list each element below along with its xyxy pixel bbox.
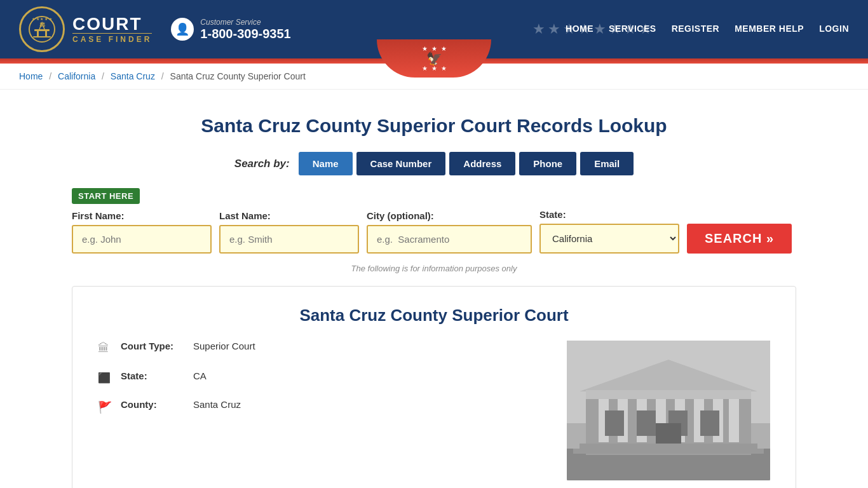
state-info-label: State: xyxy=(121,370,184,381)
building-icon: 🏛 xyxy=(98,342,112,355)
svg-rect-2 xyxy=(34,29,50,31)
breadcrumb-sep-2: / xyxy=(102,71,104,81)
court-image xyxy=(567,341,770,480)
state-group: State: AlabamaAlaskaArizonaArkansasCalif… xyxy=(539,209,679,254)
breadcrumb-home[interactable]: Home xyxy=(19,71,43,81)
nav-member-help[interactable]: MEMBER HELP xyxy=(735,24,804,35)
first-name-input[interactable] xyxy=(72,225,212,254)
court-type-label: Court Type: xyxy=(121,341,184,351)
customer-service: 👤 Customer Service 1-800-309-9351 xyxy=(171,18,290,41)
banner-stars-bottom: ★★★ xyxy=(422,65,447,72)
disclaimer: The following is for information purpose… xyxy=(72,264,796,273)
state-info-value: CA xyxy=(193,370,207,381)
logo-circle: ⚖ ★ ★ ★ ★ ★ xyxy=(19,6,65,52)
svg-rect-20 xyxy=(586,390,751,399)
tab-name[interactable]: Name xyxy=(299,152,353,175)
svg-rect-27 xyxy=(656,423,681,444)
header-bar: ★★★ 🦅 ★★★ xyxy=(0,58,868,64)
court-type-value: Superior Court xyxy=(193,341,255,351)
svg-rect-26 xyxy=(700,410,719,436)
city-input[interactable] xyxy=(367,225,532,254)
tab-email[interactable]: Email xyxy=(580,152,634,175)
first-name-group: First Name: xyxy=(72,210,212,254)
form-fields: First Name: Last Name: City (optional): … xyxy=(72,209,796,254)
logo-area: ⚖ ★ ★ ★ ★ ★ COURT CASE FINDER xyxy=(19,6,152,52)
last-name-input[interactable] xyxy=(219,225,359,254)
county-row: 🚩 County: Santa Cruz xyxy=(98,399,541,414)
court-info-title: Santa Cruz County Superior Court xyxy=(98,306,770,325)
state-label: State: xyxy=(539,209,679,220)
court-info-panel: Santa Cruz County Superior Court 🏛 Court… xyxy=(72,286,796,488)
search-form-area: START HERE First Name: Last Name: City (… xyxy=(72,188,796,254)
city-group: City (optional): xyxy=(367,210,532,254)
eagle-icon: 🦅 xyxy=(426,52,442,65)
logo-text: COURT CASE FINDER xyxy=(72,15,152,44)
logo-court-text: COURT xyxy=(72,15,152,33)
search-button[interactable]: SEARCH » xyxy=(687,224,792,254)
svg-text:★ ★ ★ ★ ★: ★ ★ ★ ★ ★ xyxy=(32,17,52,21)
cs-phone: 1-800-309-9351 xyxy=(200,27,290,41)
court-type-row: 🏛 Court Type: Superior Court xyxy=(98,341,541,355)
page-title: Santa Cruz County Superior Court Records… xyxy=(72,115,796,137)
breadcrumb-state[interactable]: California xyxy=(58,71,95,81)
state-select[interactable]: AlabamaAlaskaArizonaArkansasCaliforniaCo… xyxy=(539,224,679,254)
logo-icon: ⚖ ★ ★ ★ ★ ★ xyxy=(28,15,56,43)
svg-rect-24 xyxy=(637,410,656,436)
svg-rect-21 xyxy=(580,444,757,449)
nav-register[interactable]: REGISTER xyxy=(672,24,720,35)
info-content: 🏛 Court Type: Superior Court ⬛ State: CA… xyxy=(98,341,770,480)
court-building-svg xyxy=(567,341,770,480)
tab-phone[interactable]: Phone xyxy=(519,152,576,175)
flag-icon: 🚩 xyxy=(98,400,112,414)
svg-rect-5 xyxy=(33,36,51,37)
county-value: Santa Cruz xyxy=(193,399,241,410)
phone-icon: 👤 xyxy=(171,18,194,41)
tab-address[interactable]: Address xyxy=(449,152,515,175)
svg-rect-4 xyxy=(45,31,47,36)
svg-rect-23 xyxy=(605,410,624,436)
court-image-placeholder xyxy=(567,341,770,480)
location-icon: ⬛ xyxy=(98,372,112,384)
state-row: ⬛ State: CA xyxy=(98,370,541,384)
county-label: County: xyxy=(121,399,184,410)
svg-rect-22 xyxy=(573,449,764,454)
tab-case-number[interactable]: Case Number xyxy=(356,152,446,175)
last-name-group: Last Name: xyxy=(219,210,359,254)
search-tabs-row: Search by: Name Case Number Address Phon… xyxy=(72,152,796,175)
info-details: 🏛 Court Type: Superior Court ⬛ State: CA… xyxy=(98,341,541,480)
svg-rect-3 xyxy=(37,31,39,36)
first-name-label: First Name: xyxy=(72,210,212,221)
city-label: City (optional): xyxy=(367,210,532,221)
last-name-label: Last Name: xyxy=(219,210,359,221)
cs-label: Customer Service xyxy=(200,18,290,27)
breadcrumb-sep-3: / xyxy=(161,71,164,81)
main-content: Santa Cruz County Superior Court Records… xyxy=(53,90,815,488)
breadcrumb-current: Santa Cruz County Superior Court xyxy=(170,71,306,81)
cs-text: Customer Service 1-800-309-9351 xyxy=(200,18,290,41)
breadcrumb-sep-1: / xyxy=(49,71,51,81)
nav-login[interactable]: LOGIN xyxy=(819,24,849,35)
start-here-badge: START HERE xyxy=(72,188,140,204)
breadcrumb-county[interactable]: Santa Cruz xyxy=(111,71,155,81)
header-decoration: ★★★★★★★★ xyxy=(532,0,652,58)
search-by-label: Search by: xyxy=(234,158,290,170)
logo-sub-text: CASE FINDER xyxy=(72,33,152,44)
